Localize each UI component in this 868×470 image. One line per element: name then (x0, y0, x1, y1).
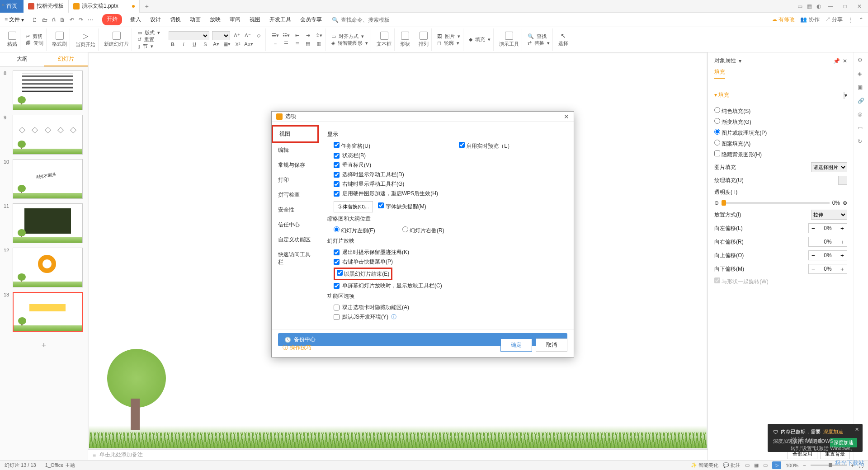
slide-item[interactable]: 10 时光不回头 (4, 159, 84, 199)
minimize-button[interactable]: — (826, 3, 835, 9)
cancel-button[interactable]: 取消 (536, 338, 567, 352)
print-icon[interactable]: ⎙ (52, 17, 55, 23)
strike-icon[interactable]: S (201, 40, 209, 48)
fill-color-swatch[interactable] (844, 92, 844, 99)
number-icon[interactable]: ☷▾ (282, 32, 290, 40)
slideshow-tools-button[interactable]: 演示工具 (499, 32, 519, 47)
slide-list[interactable]: 8 9 10 时光不回头 11 12 13 + (0, 67, 88, 460)
ribbon-tab-dev[interactable]: 开发工具 (269, 14, 292, 25)
rt-link-icon[interactable]: 🔗 (858, 98, 865, 105)
ok-button[interactable]: 确定 (500, 338, 532, 352)
align-text-button[interactable]: ▭ 对齐方式 ▾ (331, 33, 364, 40)
menu-hamburger[interactable]: ≡ 文件 ▾ (5, 16, 24, 24)
ribbon-tab-view[interactable]: 视图 (249, 14, 261, 25)
cut-button[interactable]: ✂ 剪切 (26, 33, 42, 40)
slide-item[interactable]: 12 (4, 248, 84, 287)
bullet-icon[interactable]: ☰▾ (271, 32, 279, 40)
view-normal-icon[interactable]: ▭ (745, 462, 750, 468)
dialog-side-general[interactable]: 常规与保存 (272, 158, 319, 173)
dialog-side-trust[interactable]: 信任中心 (272, 217, 319, 232)
bold-icon[interactable]: B (169, 40, 177, 48)
more-qat-icon[interactable]: ⋯ (88, 17, 93, 23)
vruler-checkbox[interactable] (334, 162, 340, 168)
select-button[interactable]: ↖选择 (558, 32, 568, 47)
outline-button[interactable]: ◻ 轮廓 ▾ (437, 40, 459, 47)
pic-fill-select[interactable]: 请选择图片 (811, 162, 847, 172)
redo-icon[interactable]: ↷ (79, 17, 83, 23)
zoom-out-icon[interactable]: − (803, 463, 806, 468)
off-right-spinner[interactable]: −0%+ (808, 237, 847, 247)
save-icon[interactable]: 🗋 (32, 17, 38, 23)
hide-bg-checkbox[interactable]: 隐藏背景图形(H) (714, 150, 847, 159)
maximize-button[interactable]: □ (840, 3, 850, 9)
font-missing-checkbox[interactable] (378, 202, 384, 208)
line-spacing-icon[interactable]: ⇕▾ (315, 32, 323, 40)
ribbon-tab-review[interactable]: 审阅 (229, 14, 241, 25)
justify-icon[interactable]: ▤ (304, 40, 312, 48)
ribbon-collapse-icon[interactable]: ⌃ (859, 17, 863, 23)
pattern-fill-radio[interactable]: 图案填充(A) (714, 140, 847, 148)
view-reading-icon[interactable]: ▭ (763, 462, 768, 468)
ribbon-tab-slideshow[interactable]: 放映 (209, 14, 222, 25)
single-monitor-checkbox[interactable] (334, 283, 340, 289)
slide-item[interactable]: 11 (4, 203, 84, 243)
clear-format-icon[interactable]: ◇ (255, 32, 263, 40)
tab-slides[interactable]: 幻灯片 (44, 52, 88, 66)
search-input[interactable] (341, 17, 395, 23)
italic-icon[interactable]: I (179, 40, 188, 48)
ribbon-tab-design[interactable]: 设计 (149, 14, 162, 25)
status-bar-checkbox[interactable] (334, 153, 340, 159)
highlight-icon[interactable]: ▦▾ (223, 40, 231, 48)
off-down-spinner[interactable]: −0%+ (808, 264, 847, 274)
dialog-close-icon[interactable]: ✕ (564, 113, 569, 120)
find-button[interactable]: 🔍 查找 (528, 33, 547, 40)
arrange-button[interactable]: 排列 (419, 32, 429, 47)
rt-diamond-icon[interactable]: ◈ (858, 70, 865, 78)
command-search[interactable]: 🔍 (332, 17, 395, 23)
place-mode-select[interactable]: 拉伸 (811, 210, 847, 220)
user-avatar-icon[interactable]: ◐ (816, 3, 821, 9)
replace-button[interactable]: ⇄ 替换 ▾ (528, 40, 550, 47)
font-replace-button[interactable]: 字体替换(O)... (334, 201, 373, 212)
exit-note-checkbox[interactable] (334, 249, 340, 255)
image-button[interactable]: 🖼 图片 ▾ (437, 33, 460, 40)
align-right-icon[interactable]: ≣ (293, 40, 301, 48)
slide-right-radio[interactable] (402, 226, 408, 232)
slide-left-radio-label[interactable]: 幻灯片左侧(F) (334, 226, 375, 235)
change-case-icon[interactable]: Aa▾ (245, 40, 253, 48)
preview-icon[interactable]: 🗎 (60, 17, 65, 23)
dialog-side-print[interactable]: 打印 (272, 173, 319, 188)
shape-button[interactable]: 形状 (400, 32, 410, 47)
cloud-pending[interactable]: ☁ 有修改 (772, 16, 795, 24)
off-left-spinner[interactable]: −0%+ (808, 223, 847, 233)
ribbon-tab-animation[interactable]: 动画 (189, 14, 202, 25)
new-tab-button[interactable]: + (140, 3, 154, 10)
font-color-icon[interactable]: A▾ (212, 40, 220, 48)
section-button[interactable]: ▯ 节 ▾ (137, 43, 153, 50)
rt-location-icon[interactable]: ◎ (858, 111, 865, 118)
copy-button[interactable]: 🗐 复制 (26, 40, 43, 47)
align-center-icon[interactable]: ☰ (282, 40, 290, 48)
props-close-icon[interactable]: ✕ (843, 58, 847, 64)
slide-item[interactable]: 9 (4, 115, 84, 155)
font-select[interactable] (169, 31, 209, 40)
underline-icon[interactable]: U (190, 40, 198, 48)
paste-button[interactable]: 粘贴 (7, 32, 17, 47)
toast-close-icon[interactable]: ✕ (855, 427, 859, 432)
close-button[interactable]: ✕ (854, 3, 864, 9)
smart-beautify-button[interactable]: ✨ 智能美化 (691, 462, 718, 469)
align-left-icon[interactable]: ≡ (271, 40, 279, 48)
play-from-current-button[interactable]: ▷当页开始 (75, 32, 95, 48)
ribbon-tab-transition[interactable]: 切换 (169, 14, 182, 25)
float-right-checkbox[interactable] (334, 181, 340, 187)
layout-button[interactable]: ▭ 版式 ▾ (137, 29, 160, 36)
undo-icon[interactable]: ↶ (70, 17, 74, 23)
smart-graphic-button[interactable]: ◈ 转智能图形 ▾ (331, 40, 368, 47)
props-pin-icon[interactable]: 📌 (833, 58, 840, 64)
tab-outline[interactable]: 大纲 (0, 52, 44, 66)
off-up-spinner[interactable]: −0%+ (808, 250, 847, 260)
zoom-in-icon[interactable]: + (851, 463, 854, 468)
format-painter-button[interactable]: 格式刷 (52, 32, 67, 47)
rt-refresh-icon[interactable]: ↻ (858, 138, 865, 146)
coop-button[interactable]: 👥 协作 (800, 16, 819, 24)
